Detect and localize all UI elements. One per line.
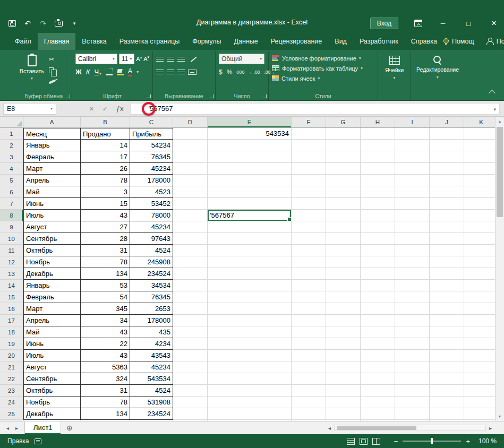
zoom-out-icon[interactable]: − xyxy=(394,437,398,445)
cell-E1[interactable]: 543534 xyxy=(208,128,292,140)
cell-D18[interactable] xyxy=(173,326,208,338)
cell-E10[interactable] xyxy=(208,233,292,245)
cell-H8[interactable] xyxy=(361,210,395,221)
cell-J4[interactable] xyxy=(430,163,464,175)
cell-A10[interactable]: Сентябрь xyxy=(23,233,81,245)
row-header-12[interactable]: 12 xyxy=(0,256,23,268)
cell-E24[interactable] xyxy=(208,397,292,408)
cell-I13[interactable] xyxy=(395,268,430,280)
cell-D2[interactable] xyxy=(173,140,208,151)
cell-A22[interactable]: Сентябрь xyxy=(23,373,81,385)
cell-H20[interactable] xyxy=(361,350,395,361)
cell-H2[interactable] xyxy=(361,140,395,151)
cell-B20[interactable]: 43 xyxy=(81,350,130,361)
format-as-table-button[interactable]: Форматировать как таблицу▾ xyxy=(272,64,374,73)
cell-H15[interactable] xyxy=(361,291,395,303)
tab-review[interactable]: Рецензирование xyxy=(264,33,329,50)
cell-A8[interactable]: Июль xyxy=(23,210,81,221)
cell-D9[interactable] xyxy=(173,221,208,233)
cell-K7[interactable] xyxy=(464,198,499,210)
cell-C6[interactable]: 4523 xyxy=(130,186,173,198)
cell-C15[interactable]: 76345 xyxy=(130,291,173,303)
cell-E17[interactable] xyxy=(208,315,292,326)
cell-I19[interactable] xyxy=(395,338,430,350)
cell-A25[interactable]: Декабрь xyxy=(23,408,81,420)
tab-home[interactable]: Главная xyxy=(38,33,76,50)
align-top-icon[interactable] xyxy=(156,57,164,62)
cell-E21[interactable] xyxy=(208,361,292,373)
conditional-formatting-button[interactable]: Условное форматирование▾ xyxy=(272,54,374,63)
cell-H24[interactable] xyxy=(361,397,395,408)
cell-E5[interactable] xyxy=(208,175,292,186)
cell-F4[interactable] xyxy=(292,163,326,175)
cell-K22[interactable] xyxy=(464,373,499,385)
col-header-C[interactable]: C xyxy=(130,117,173,127)
tab-developer[interactable]: Разработчик xyxy=(353,33,405,50)
cell-H3[interactable] xyxy=(361,151,395,163)
cell-D15[interactable] xyxy=(173,291,208,303)
align-right-icon[interactable] xyxy=(177,70,185,75)
cell-G16[interactable] xyxy=(326,303,361,315)
cut-button[interactable] xyxy=(49,55,57,63)
share-button[interactable]: Поделиться xyxy=(486,38,504,45)
cell-G13[interactable] xyxy=(326,268,361,280)
cell-E12[interactable] xyxy=(208,256,292,268)
cell-F19[interactable] xyxy=(292,338,326,350)
cell-F2[interactable] xyxy=(292,140,326,151)
cell-H1[interactable] xyxy=(361,128,395,140)
cell-C16[interactable]: 2653 xyxy=(130,303,173,315)
cell-F7[interactable] xyxy=(292,198,326,210)
format-painter-button[interactable] xyxy=(49,77,57,85)
cell-A1[interactable]: Месяц xyxy=(23,128,81,140)
cell-B17[interactable]: 34 xyxy=(81,315,130,326)
row-header-24[interactable]: 24 xyxy=(0,397,23,408)
cell-D20[interactable] xyxy=(173,350,208,361)
cell-J16[interactable] xyxy=(430,303,464,315)
row-header-5[interactable]: 5 xyxy=(0,175,23,186)
italic-button[interactable]: К xyxy=(86,68,90,76)
collapse-ribbon-icon[interactable] xyxy=(489,90,496,97)
cell-G23[interactable] xyxy=(326,385,361,397)
cell-J18[interactable] xyxy=(430,326,464,338)
cell-D8[interactable] xyxy=(173,210,208,221)
ribbon-display-options-icon[interactable] xyxy=(414,20,422,27)
row-header-9[interactable]: 9 xyxy=(0,221,23,233)
cell-G8[interactable] xyxy=(326,210,361,221)
cell-I1[interactable] xyxy=(395,128,430,140)
cell-K16[interactable] xyxy=(464,303,499,315)
normal-view-icon[interactable] xyxy=(347,438,355,445)
cell-G5[interactable] xyxy=(326,175,361,186)
cell-G11[interactable] xyxy=(326,245,361,256)
cell-C12[interactable]: 245908 xyxy=(130,256,173,268)
cell-I3[interactable] xyxy=(395,151,430,163)
cell-J12[interactable] xyxy=(430,256,464,268)
row-header-13[interactable]: 13 xyxy=(0,268,23,280)
cell-H17[interactable] xyxy=(361,315,395,326)
cell-J8[interactable] xyxy=(430,210,464,221)
cell-D14[interactable] xyxy=(173,280,208,291)
cell-D24[interactable] xyxy=(173,397,208,408)
align-center-icon[interactable] xyxy=(167,70,174,75)
cell-D4[interactable] xyxy=(173,163,208,175)
cell-G14[interactable] xyxy=(326,280,361,291)
cell-E23[interactable] xyxy=(208,385,292,397)
cell-C7[interactable]: 53452 xyxy=(130,198,173,210)
formula-bar-expand-icon[interactable]: ▾ xyxy=(493,107,496,112)
cell-I10[interactable] xyxy=(395,233,430,245)
cell-J3[interactable] xyxy=(430,151,464,163)
cell-F22[interactable] xyxy=(292,373,326,385)
cell-K20[interactable] xyxy=(464,350,499,361)
close-button[interactable]: × xyxy=(489,19,499,28)
cell-H13[interactable] xyxy=(361,268,395,280)
cell-H11[interactable] xyxy=(361,245,395,256)
cell-F16[interactable] xyxy=(292,303,326,315)
row-header-21[interactable]: 21 xyxy=(0,361,23,373)
cell-F25[interactable] xyxy=(292,408,326,420)
cell-A7[interactable]: Июнь xyxy=(23,198,81,210)
cell-A9[interactable]: Август xyxy=(23,221,81,233)
number-dialog-launcher-icon[interactable] xyxy=(263,94,267,98)
cell-H10[interactable] xyxy=(361,233,395,245)
cell-C14[interactable]: 34534 xyxy=(130,280,173,291)
cell-J1[interactable] xyxy=(430,128,464,140)
cell-I9[interactable] xyxy=(395,221,430,233)
